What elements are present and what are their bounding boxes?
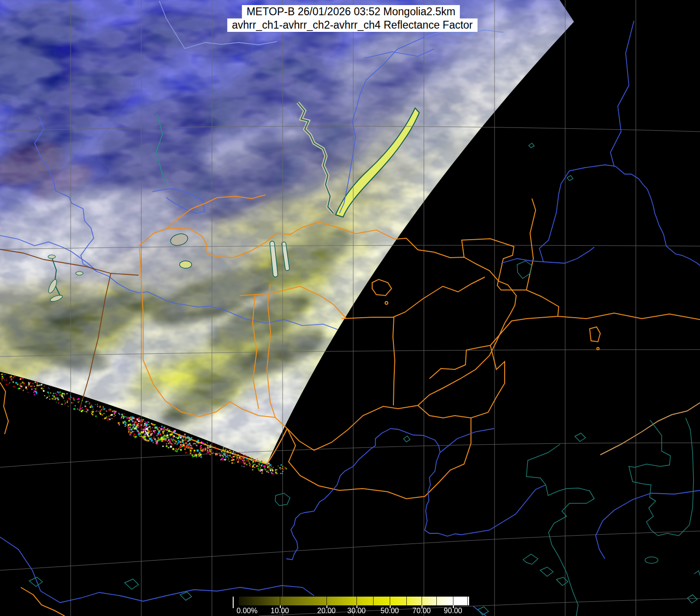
river-stub xyxy=(473,606,486,616)
map-title: METOP-B 26/01/2026 03:52 Mongolia2.5km xyxy=(242,5,460,18)
river-amur xyxy=(501,165,700,266)
border-province-e xyxy=(558,313,700,320)
small-island xyxy=(529,143,534,148)
border-enclave xyxy=(372,279,392,296)
small-island xyxy=(125,579,139,589)
colorbar-separator xyxy=(436,597,437,605)
river-wei xyxy=(286,429,391,560)
river-bottom-left xyxy=(0,537,314,603)
lake-khyargas xyxy=(180,261,192,268)
colorbar-label: 0.00% xyxy=(236,607,257,615)
colorbar-separator xyxy=(356,597,357,605)
colorbar-label: 50.00 xyxy=(380,607,399,615)
islands-sw xyxy=(556,577,568,586)
border-province-vertical xyxy=(342,317,395,405)
small-island xyxy=(575,433,585,441)
colorbar-label: 30.00 xyxy=(347,607,366,615)
small-lake xyxy=(76,272,83,275)
colorbar-separator xyxy=(453,597,453,605)
border-province-south xyxy=(287,418,471,499)
colorbar-separator xyxy=(467,597,468,605)
colorbar-separator xyxy=(406,597,407,605)
island-jeju xyxy=(645,557,658,563)
colorbar-separator xyxy=(326,597,327,605)
border-province-n xyxy=(526,199,536,290)
colorbar-label: 70.00 xyxy=(412,607,431,615)
small-island xyxy=(404,436,410,442)
satellite-image-viewport: METOP-B 26/01/2026 03:52 Mongolia2.5km a… xyxy=(0,0,700,616)
border-yalu xyxy=(600,403,700,455)
colorbar-separator xyxy=(422,597,422,605)
colorbar-label: 20.00 xyxy=(317,607,336,615)
border-enclave-dot xyxy=(597,348,599,350)
border-left-edge xyxy=(0,382,8,434)
colorbar-separator xyxy=(280,597,280,605)
small-lake xyxy=(48,255,55,259)
small-island xyxy=(567,175,573,181)
colorbar-zero-tick xyxy=(233,597,234,608)
satellite-map-canvas xyxy=(0,0,700,616)
reflectance-colorbar xyxy=(239,597,469,605)
border-enclave xyxy=(590,327,600,342)
islands-sw xyxy=(523,554,538,564)
small-island xyxy=(180,592,192,600)
river-onon xyxy=(543,247,594,263)
border-province-ne xyxy=(429,239,559,379)
coast-bohai xyxy=(526,444,594,616)
map-product-subtitle: avhrr_ch1-avhrr_ch2-avhrr_ch4 Reflectanc… xyxy=(227,18,477,32)
river-shilka xyxy=(610,21,634,166)
colorbar-separator xyxy=(390,597,390,605)
border-enclave-dot xyxy=(385,302,388,304)
small-island xyxy=(694,571,700,575)
satellite-swath xyxy=(0,0,700,616)
islands-sw xyxy=(540,567,553,576)
coast-korea xyxy=(629,418,694,536)
border-province-s xyxy=(418,345,505,418)
colorbar-label: 90.00 xyxy=(444,607,462,615)
river-branch-ne xyxy=(440,429,494,453)
terrain-noise-texture xyxy=(0,0,700,616)
border-province-diag xyxy=(393,277,485,317)
colorbar-label: 10.00 xyxy=(271,607,289,615)
colorbar-separator xyxy=(373,597,374,605)
